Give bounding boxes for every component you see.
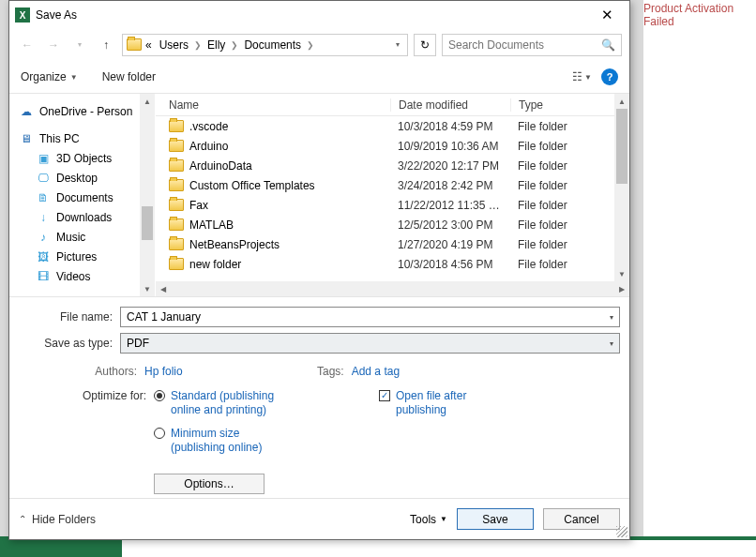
scroll-down-icon[interactable]: ▼ — [614, 266, 629, 281]
options-button[interactable]: Options… — [154, 474, 265, 494]
tree-label: 3D Objects — [56, 152, 112, 165]
filename-value: CAT 1 January — [127, 310, 201, 324]
header-date[interactable]: Date modified — [390, 98, 510, 112]
file-row[interactable]: ArduinoData3/22/2020 12:17 PMFile folder — [156, 156, 629, 175]
tree-label: Documents — [56, 191, 113, 204]
file-row[interactable]: MATLAB12/5/2012 3:00 PMFile folder — [156, 215, 629, 234]
checkbox-open-after[interactable]: ✓ Open file after publishing — [379, 389, 490, 417]
resize-grip[interactable] — [616, 526, 627, 537]
file-type: File folder — [510, 140, 629, 153]
chevron-down-icon[interactable]: ▾ — [610, 313, 613, 322]
file-row[interactable]: Fax11/22/2012 11:35 …File folder — [156, 195, 629, 215]
authors-value[interactable]: Hp folio — [144, 365, 183, 378]
cancel-label: Cancel — [564, 513, 598, 526]
file-date: 1/27/2020 4:19 PM — [390, 238, 510, 251]
close-button[interactable]: ✕ — [588, 2, 626, 28]
crumbs-prefix[interactable]: « — [142, 38, 156, 52]
search-box[interactable]: 🔍 — [442, 34, 622, 56]
document-icon: 🗎 — [36, 190, 51, 205]
scroll-up-icon[interactable]: ▲ — [614, 94, 629, 109]
crumb-users[interactable]: Users — [156, 38, 192, 52]
file-row[interactable]: NetBeansProjects1/27/2020 4:19 PMFile fo… — [156, 234, 629, 254]
folder-icon — [169, 120, 184, 132]
view-mode-button[interactable]: ☷ ▼ — [572, 70, 592, 83]
file-row[interactable]: .vscode10/3/2018 4:59 PMFile folder — [156, 116, 629, 136]
radio-standard[interactable]: Standard (publishing online and printing… — [154, 389, 285, 417]
tags-value[interactable]: Add a tag — [352, 365, 400, 378]
save-button[interactable]: Save — [457, 508, 534, 530]
filename-label: File name: — [19, 310, 120, 324]
radio-label: Minimum size (publishing online) — [171, 427, 285, 455]
tree-music[interactable]: ♪ Music — [9, 227, 155, 247]
file-type: File folder — [510, 218, 629, 232]
scroll-left-icon[interactable]: ◀ — [156, 285, 171, 294]
filename-input[interactable]: CAT 1 January ▾ — [120, 307, 620, 327]
search-input[interactable] — [448, 38, 601, 52]
radio-minimum[interactable]: Minimum size (publishing online) — [154, 427, 285, 455]
tools-label: Tools — [410, 513, 436, 526]
refresh-button[interactable]: ↻ — [414, 34, 436, 56]
tree-onedrive[interactable]: ☁ OneDrive - Person — [9, 101, 155, 121]
back-button[interactable]: ← — [17, 35, 38, 55]
file-name: new folder — [189, 258, 241, 271]
file-date: 10/3/2018 4:56 PM — [390, 258, 510, 271]
metadata-row: Authors: Hp folio Tags: Add a tag — [9, 355, 629, 378]
tree-videos[interactable]: 🎞 Videos — [9, 266, 155, 286]
tree-this-pc[interactable]: 🖥 This PC — [9, 128, 155, 148]
file-row[interactable]: new folder10/3/2018 4:56 PMFile folder — [156, 254, 629, 274]
scroll-right-icon[interactable]: ▶ — [614, 285, 629, 294]
activation-warning: Product Activation Failed — [643, 2, 756, 557]
help-button[interactable]: ? — [601, 68, 618, 85]
address-bar[interactable]: « Users ❯ Elly ❯ Documents ❯ ▾ — [122, 34, 408, 56]
checkbox-icon: ✓ — [379, 390, 390, 401]
tree-3d-objects[interactable]: ▣ 3D Objects — [9, 148, 155, 168]
dialog-footer: ⌃ Hide Folders Tools ▼ Save Cancel — [9, 498, 629, 539]
forward-button[interactable]: → — [43, 35, 64, 55]
chevron-right-icon[interactable]: ❯ — [229, 40, 240, 50]
cancel-button[interactable]: Cancel — [543, 508, 620, 530]
checkbox-label: Open file after publishing — [396, 389, 490, 417]
up-button[interactable]: ↑ — [96, 35, 116, 55]
scroll-down-icon[interactable]: ▼ — [140, 281, 155, 296]
radio-icon — [154, 428, 165, 439]
excel-background: Product Activation Failed — [643, 0, 756, 557]
tree-scrollbar[interactable]: ▲ ▼ — [140, 94, 155, 296]
header-name[interactable]: Name — [156, 98, 390, 112]
organize-button[interactable]: Organize ▼ — [21, 70, 78, 83]
scroll-up-icon[interactable]: ▲ — [140, 94, 155, 109]
crumb-elly[interactable]: Elly — [204, 38, 229, 52]
header-type[interactable]: Type — [510, 98, 629, 112]
authors-label: Authors: — [79, 365, 137, 378]
horizontal-scrollbar[interactable]: ◀ ▶ — [156, 281, 629, 296]
hide-folders-button[interactable]: ⌃ Hide Folders — [19, 513, 96, 526]
options-label: Options… — [184, 477, 234, 490]
file-row[interactable]: Custom Office Templates3/24/2018 2:42 PM… — [156, 175, 629, 195]
chevron-right-icon[interactable]: ❯ — [192, 40, 204, 50]
tree-downloads[interactable]: ↓ Downloads — [9, 207, 155, 227]
tools-button[interactable]: Tools ▼ — [410, 513, 447, 526]
chevron-down-icon[interactable]: ▾ — [610, 339, 613, 348]
saveastype-value: PDF — [127, 337, 149, 350]
crumb-documents[interactable]: Documents — [240, 38, 305, 52]
vertical-scrollbar[interactable]: ▲ ▼ — [614, 94, 629, 281]
tree-pictures[interactable]: 🖼 Pictures — [9, 247, 155, 266]
recent-dropdown[interactable]: ▾ — [69, 35, 90, 55]
address-dropdown[interactable]: ▾ — [392, 40, 403, 49]
desktop-icon: 🖵 — [36, 171, 51, 186]
tree-documents[interactable]: 🗎 Documents — [9, 188, 155, 207]
save-as-dialog: X Save As ✕ ← → ▾ ↑ « Users ❯ Elly ❯ Doc… — [8, 0, 630, 540]
excel-icon: X — [15, 8, 30, 23]
scroll-thumb[interactable] — [142, 206, 153, 240]
chevron-right-icon[interactable]: ❯ — [305, 40, 316, 50]
body: ☁ OneDrive - Person 🖥 This PC ▣ 3D Objec… — [9, 93, 629, 297]
saveastype-select[interactable]: PDF ▾ — [120, 333, 620, 354]
file-row[interactable]: Arduino10/9/2019 10:36 AMFile folder — [156, 136, 629, 156]
tree-desktop[interactable]: 🖵 Desktop — [9, 168, 155, 188]
file-type: File folder — [510, 179, 629, 192]
folder-icon — [169, 218, 184, 231]
scroll-thumb[interactable] — [616, 109, 627, 184]
music-icon: ♪ — [36, 230, 51, 245]
file-name: Custom Office Templates — [189, 179, 315, 192]
excel-worksheet-area — [122, 540, 756, 557]
new-folder-button[interactable]: New folder — [102, 70, 156, 83]
